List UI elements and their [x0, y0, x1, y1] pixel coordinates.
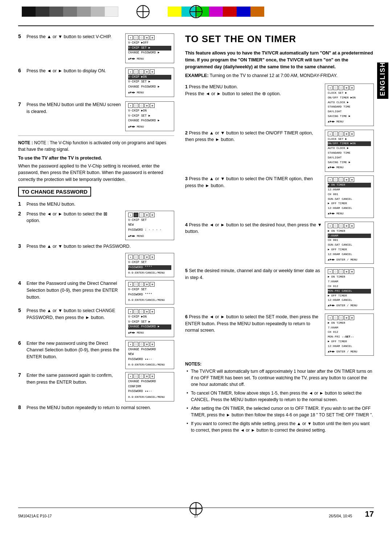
step-5-text: Press the ▲ or ▼ button to select V-CHIP…: [26, 33, 111, 40]
cp-step-7-text: Enter the same password again to confirm…: [26, 372, 122, 386]
cp-step-6-content: 6 Enter the new password using the Direc…: [18, 340, 122, 364]
icon-s6-3: □: [139, 69, 144, 74]
icon-r4-c: □: [339, 223, 343, 228]
r-step-6-num: 6: [185, 314, 188, 319]
icon-cp7-1: ✦: [128, 374, 133, 379]
screen-step7: ✦ □ □ ⊠ ⊠ V-CHIP ►ON V-CHIP SET ► CHANGE…: [125, 101, 174, 131]
r6-l6: 12:00AM CANCEL: [328, 344, 371, 349]
icon-r5-e: ⊠: [350, 269, 354, 274]
screen-step5: ✦ □ □ ⊠ ⊠ V-CHIP ►OFF V-CHIP SET ► CHANG…: [125, 33, 174, 63]
r-step-2-row: 2 Press the ▲ or ▼ button to select the …: [185, 130, 374, 172]
step-6-content: 6 Press the ◄ or ► button to display ON.: [18, 68, 122, 78]
cp-step-7: 7 Enter the same password again to confi…: [18, 372, 122, 386]
icon-r6-b: □: [333, 315, 338, 320]
note-2: To cancel ON TIMER, follow above steps 1…: [185, 390, 374, 403]
icon-r6-d: ⊠: [344, 315, 349, 320]
step-6: 6 Press the ◄ or ► button to display ON.: [18, 68, 122, 74]
screen-s7-nav: ▲▼◄► MENU: [128, 125, 171, 129]
screen-cp2: ✦ □ □ ⊠ ⊠ V-CHIP SET NEW PASSWORD : - - …: [125, 211, 174, 241]
intro-bold-text: This feature allows you to have the TV/V…: [185, 50, 374, 70]
r1-l2: ON/OFF TIMER ►ON: [328, 96, 371, 100]
screen-cp2-nav: ▲▼◄► MENÜ: [128, 234, 171, 239]
cp-step-7-num: 7: [18, 372, 25, 378]
step-5-content: 5 Press the ▲ or ▼ button to select V-CH…: [18, 33, 122, 44]
cp-step-1: 1 Press the MENU button.: [18, 201, 174, 208]
icon-r2-e: ⊠: [350, 132, 354, 136]
step-7-row: 7 Press the MENU button until the MENU s…: [18, 101, 174, 131]
cp-step-4-text: Enter the Password using the Direct Chan…: [26, 280, 122, 300]
screen-cp5-line2: V-CHIP SET ►: [128, 320, 171, 325]
crosshair-top-center: [189, 5, 203, 18]
screen-r5: ✦ □ □ ⊠ ⊠ ► ON TIMER 7:00AM CH 012 MON-F…: [325, 267, 374, 310]
r6-l5: ► OFF TIMER: [328, 339, 371, 344]
icon-cp2-3: □: [139, 213, 144, 217]
screen-s7-line3: CHANGE PASSWORD ►: [128, 118, 171, 124]
icon-s7-2: □: [134, 103, 138, 108]
cp-step-4: 4 Enter the Password using the Direct Ch…: [18, 280, 122, 300]
step-7-num: 7: [18, 101, 25, 107]
screen-s6-line1: V-CHIP ►ON: [128, 75, 171, 80]
screen-s5-nav: ▲▼◄► MENU: [128, 57, 171, 61]
icon-r2-b: □: [333, 132, 338, 136]
icon-cp7-3: □: [139, 374, 144, 379]
icon-r2-c: □: [339, 132, 343, 136]
top-line: [18, 25, 374, 26]
icon-r4-a: ✦: [328, 223, 332, 228]
icon-r4-b: □: [333, 223, 338, 228]
screen-r3: ✦ □ □ ⊠ ⊠ ► ON TIMER 12:00AM CH 001 SUN-…: [325, 175, 374, 218]
cp-step-4-row: 4 Enter the Password using the Direct Ch…: [18, 280, 174, 304]
screen-cp5-line1: V-CHIP ►ON: [128, 315, 171, 320]
icon-cp3-4: ⊠: [144, 255, 149, 259]
cp-step-3-num: 3: [18, 243, 25, 249]
cp-step-6-text: Enter the new password using the Direct …: [26, 340, 122, 360]
screen-cp5: ✦ □ □ ⊠ ⊠ V-CHIP ►ON V-CHIP SET ► CHANGE…: [125, 307, 174, 337]
crosshair-bottom: [189, 502, 203, 515]
icon-r3-b: □: [333, 177, 338, 182]
screen-cp4-line1: V-CHIP SET: [128, 287, 171, 292]
cp-step-6: 6 Enter the new password using the Direc…: [18, 340, 122, 360]
icon-s5-4: ⊠: [144, 35, 149, 40]
r6-l1: ► ON TIMER: [328, 321, 371, 326]
icon-cp5-2: □: [134, 309, 138, 314]
gray-bar-1: [22, 7, 36, 17]
screen-r1: ✦ □ □ ⊠ ⊠ CLOCK SET ► ON/OFF TIMER ►ON A…: [325, 84, 374, 126]
r-step-4-row: 4 Press the ◄ or ► button to set the des…: [185, 222, 374, 264]
screen-cp3-container: ✦ □ □ ⊠ ⊠ V-CHIP SET PASSWORD **** 0-9:E…: [18, 253, 174, 277]
r-step-3-row: 3 Press the ▲ or ▼ button to select the …: [185, 175, 374, 218]
color-bar-blue: [237, 7, 250, 17]
english-label: ENGLISH: [377, 62, 388, 99]
color-bar-yellow: [168, 7, 181, 17]
icon-s7-3: □: [139, 103, 144, 108]
icon-cp4-4: ⊠: [144, 282, 149, 287]
icon-cp7-5: ⊠: [150, 374, 155, 379]
icon-s5-3: □: [139, 35, 144, 40]
icon-r4-e: ⊠: [350, 223, 354, 228]
screen-cp6-line1: CHANGE PASSWORD: [128, 347, 171, 352]
r1-l6: SAVING TIME ►: [328, 114, 371, 119]
r4-l1: ► ON TIMER: [328, 229, 371, 234]
screen-cp4-line2: PASSWORD ****: [128, 292, 171, 298]
r5-nav: ▲▼◄► ENTER / MENU: [328, 303, 371, 308]
color-bar-magenta: [209, 7, 223, 17]
screen-s6-line3: CHANGE PASSWORD ►: [128, 85, 171, 90]
icon-cp7-2: □: [134, 374, 138, 379]
icon-r1-b: □: [333, 85, 338, 90]
r-step-1-row: 1 Press the MENU button. Press the ◄ or …: [185, 84, 374, 126]
screen-cp3-line2: PASSWORD ****: [128, 265, 171, 270]
icon-s6-5: ⊠: [150, 69, 155, 74]
r1-l4: STANDARD TIME: [328, 105, 371, 109]
screen-cp6-nav: 0-9:ENTER/CANCEL/MENU: [128, 363, 171, 367]
example-text: EXAMPLE: Turning on the TV to channel 12…: [185, 72, 374, 79]
r6-l2: 7:00AM: [328, 326, 371, 330]
icon-r1-e: ⊠: [350, 85, 354, 90]
step-7-content: 7 Press the MENU button until the MENU s…: [18, 101, 122, 119]
screen-step6: ✦ □ □ ⊠ ⊠ V-CHIP ►ON V-CHIP SET ► CHANGE…: [125, 68, 174, 97]
crosshair-top: [136, 5, 150, 18]
icon-cp5-5: ⊠: [150, 309, 155, 314]
icon-r1-a: ✦: [328, 85, 332, 90]
r2-l5: DAYLIGHT: [328, 156, 371, 160]
r4-l4: SUN-SAT CANCEL: [328, 243, 371, 247]
page-number: 17: [365, 509, 374, 519]
screen-cp7: ✦ □ □ ⊠ ⊠ CHANGE PASSWORD CONFIRM PASSWO…: [125, 372, 174, 401]
r-step-3-num: 3: [185, 176, 188, 181]
